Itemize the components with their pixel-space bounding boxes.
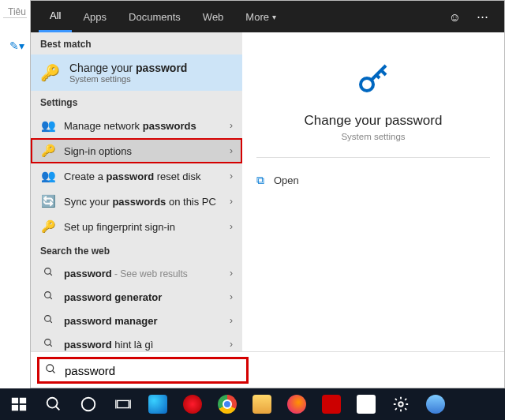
search-tabs: All Apps Documents Web More▾ ☺ ⋯ bbox=[31, 1, 504, 32]
tab-apps[interactable]: Apps bbox=[72, 1, 118, 32]
svg-point-10 bbox=[361, 78, 373, 91]
web-item-0[interactable]: password - See web results› bbox=[31, 261, 242, 285]
svg-point-19 bbox=[82, 398, 95, 411]
chevron-right-icon: › bbox=[230, 291, 233, 302]
open-action[interactable]: ⧉ Open bbox=[256, 174, 490, 187]
chevron-right-icon: › bbox=[230, 221, 233, 232]
tab-documents[interactable]: Documents bbox=[118, 1, 192, 32]
chevron-right-icon: › bbox=[230, 339, 233, 350]
more-options-icon[interactable]: ⋯ bbox=[469, 9, 496, 24]
tab-all[interactable]: All bbox=[39, 1, 72, 32]
taskbar-app-chrome[interactable] bbox=[210, 388, 245, 420]
search-icon bbox=[45, 363, 57, 377]
svg-line-12 bbox=[52, 370, 54, 373]
svg-line-1 bbox=[50, 273, 52, 276]
svg-rect-20 bbox=[118, 400, 129, 407]
web-item-3[interactable]: password hint là gì› bbox=[31, 332, 242, 351]
pencil-icon[interactable]: ✎▾ bbox=[9, 39, 24, 52]
search-input[interactable] bbox=[65, 364, 241, 377]
web-item-2[interactable]: password manager› bbox=[31, 309, 242, 332]
open-icon: ⧉ bbox=[256, 174, 264, 187]
sync-icon: 🔄 bbox=[40, 194, 56, 208]
taskbar-app-opera[interactable] bbox=[175, 388, 210, 420]
taskbar-app-firefox[interactable] bbox=[279, 388, 314, 420]
taskbar-settings-icon[interactable] bbox=[383, 388, 418, 420]
taskbar-app-red[interactable] bbox=[314, 388, 349, 420]
feedback-icon[interactable]: ☺ bbox=[441, 10, 469, 24]
taskbar-search-icon[interactable] bbox=[36, 388, 71, 420]
settings-item-0[interactable]: 👥Manage network passwords› bbox=[31, 113, 242, 138]
svg-point-0 bbox=[44, 268, 50, 275]
divider bbox=[256, 157, 490, 158]
key-icon: 🔑 bbox=[40, 63, 60, 82]
svg-rect-16 bbox=[20, 405, 26, 411]
svg-line-7 bbox=[50, 344, 52, 347]
settings-item-4[interactable]: 🔑Set up fingerprint sign-in› bbox=[31, 214, 242, 239]
results-list: Best match 🔑 Change your password System… bbox=[31, 32, 242, 351]
taskbar-app-store[interactable] bbox=[349, 388, 383, 420]
svg-point-6 bbox=[44, 339, 50, 346]
settings-item-1[interactable]: 🔑Sign-in options› bbox=[31, 138, 242, 163]
app-edge-title: Tiêu bbox=[3, 0, 27, 18]
svg-line-18 bbox=[56, 407, 60, 411]
svg-point-17 bbox=[47, 398, 58, 408]
settings-item-2[interactable]: 👥Create a password reset disk› bbox=[31, 163, 242, 189]
web-item-1[interactable]: password generator› bbox=[31, 285, 242, 309]
search-icon bbox=[40, 314, 56, 327]
taskbar-app-misc[interactable] bbox=[418, 388, 453, 420]
preview-title: Change your password bbox=[256, 113, 490, 129]
search-bar-row bbox=[31, 351, 504, 388]
chevron-right-icon: › bbox=[230, 315, 233, 326]
svg-rect-13 bbox=[12, 398, 18, 403]
chevron-right-icon: › bbox=[230, 171, 233, 182]
taskbar-app-edge[interactable] bbox=[140, 388, 175, 420]
users-icon: 👥 bbox=[40, 169, 56, 183]
search-box[interactable] bbox=[37, 357, 249, 384]
preview-key-icon bbox=[256, 47, 490, 105]
taskbar bbox=[0, 388, 505, 420]
svg-point-4 bbox=[44, 316, 50, 322]
chevron-right-icon: › bbox=[230, 120, 233, 131]
cortana-icon[interactable] bbox=[71, 388, 106, 420]
settings-item-3[interactable]: 🔄Sync your passwords on this PC› bbox=[31, 189, 242, 214]
search-icon bbox=[40, 338, 56, 351]
best-match-item[interactable]: 🔑 Change your password System settings bbox=[31, 54, 242, 91]
section-best-match: Best match bbox=[31, 32, 242, 54]
svg-line-3 bbox=[50, 297, 52, 299]
search-panel: All Apps Documents Web More▾ ☺ ⋯ Best ma… bbox=[30, 0, 505, 388]
preview-subtitle: System settings bbox=[256, 132, 490, 141]
key-icon: 🔑 bbox=[40, 144, 56, 158]
tab-more[interactable]: More▾ bbox=[234, 1, 287, 32]
svg-point-2 bbox=[44, 292, 50, 298]
tab-web[interactable]: Web bbox=[192, 1, 235, 32]
svg-rect-15 bbox=[12, 405, 18, 411]
chevron-down-icon: ▾ bbox=[272, 13, 276, 21]
users-icon: 👥 bbox=[40, 118, 56, 133]
svg-line-5 bbox=[50, 321, 52, 323]
chevron-right-icon: › bbox=[230, 196, 233, 207]
svg-rect-14 bbox=[20, 398, 26, 403]
section-search-web: Search the web bbox=[31, 239, 242, 261]
search-icon bbox=[40, 267, 56, 279]
section-settings: Settings bbox=[31, 91, 242, 113]
taskbar-app-explorer[interactable] bbox=[245, 388, 279, 420]
key-icon: 🔑 bbox=[40, 219, 56, 234]
svg-point-11 bbox=[47, 365, 54, 372]
preview-pane: Change your password System settings ⧉ O… bbox=[242, 32, 504, 351]
start-button[interactable] bbox=[2, 388, 36, 420]
task-view-icon[interactable] bbox=[106, 388, 140, 420]
search-icon bbox=[40, 291, 56, 303]
svg-point-23 bbox=[398, 402, 403, 407]
chevron-right-icon: › bbox=[230, 268, 233, 279]
chevron-right-icon: › bbox=[230, 145, 233, 156]
